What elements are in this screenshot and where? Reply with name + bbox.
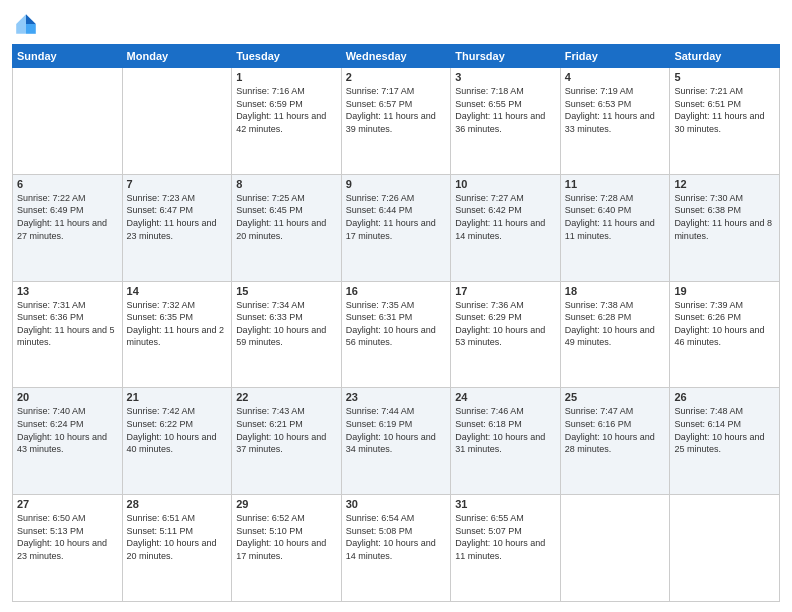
day-cell: 10Sunrise: 7:27 AM Sunset: 6:42 PM Dayli… [451, 174, 561, 281]
day-info: Sunrise: 7:16 AM Sunset: 6:59 PM Dayligh… [236, 85, 337, 135]
header [12, 10, 780, 38]
day-cell: 30Sunrise: 6:54 AM Sunset: 5:08 PM Dayli… [341, 495, 451, 602]
day-number: 19 [674, 285, 775, 297]
day-cell: 28Sunrise: 6:51 AM Sunset: 5:11 PM Dayli… [122, 495, 232, 602]
day-cell: 24Sunrise: 7:46 AM Sunset: 6:18 PM Dayli… [451, 388, 561, 495]
day-number: 17 [455, 285, 556, 297]
day-info: Sunrise: 7:17 AM Sunset: 6:57 PM Dayligh… [346, 85, 447, 135]
day-number: 24 [455, 391, 556, 403]
day-cell: 23Sunrise: 7:44 AM Sunset: 6:19 PM Dayli… [341, 388, 451, 495]
day-cell: 29Sunrise: 6:52 AM Sunset: 5:10 PM Dayli… [232, 495, 342, 602]
day-cell: 26Sunrise: 7:48 AM Sunset: 6:14 PM Dayli… [670, 388, 780, 495]
day-number: 2 [346, 71, 447, 83]
day-info: Sunrise: 7:19 AM Sunset: 6:53 PM Dayligh… [565, 85, 666, 135]
day-number: 22 [236, 391, 337, 403]
day-info: Sunrise: 7:48 AM Sunset: 6:14 PM Dayligh… [674, 405, 775, 455]
day-number: 9 [346, 178, 447, 190]
day-info: Sunrise: 7:28 AM Sunset: 6:40 PM Dayligh… [565, 192, 666, 242]
day-cell: 27Sunrise: 6:50 AM Sunset: 5:13 PM Dayli… [13, 495, 123, 602]
day-info: Sunrise: 7:27 AM Sunset: 6:42 PM Dayligh… [455, 192, 556, 242]
day-cell: 4Sunrise: 7:19 AM Sunset: 6:53 PM Daylig… [560, 68, 670, 175]
day-cell [560, 495, 670, 602]
day-number: 30 [346, 498, 447, 510]
day-cell: 3Sunrise: 7:18 AM Sunset: 6:55 PM Daylig… [451, 68, 561, 175]
day-info: Sunrise: 7:36 AM Sunset: 6:29 PM Dayligh… [455, 299, 556, 349]
day-cell: 8Sunrise: 7:25 AM Sunset: 6:45 PM Daylig… [232, 174, 342, 281]
day-header-wednesday: Wednesday [341, 45, 451, 68]
day-info: Sunrise: 7:30 AM Sunset: 6:38 PM Dayligh… [674, 192, 775, 242]
day-number: 10 [455, 178, 556, 190]
day-info: Sunrise: 7:18 AM Sunset: 6:55 PM Dayligh… [455, 85, 556, 135]
day-info: Sunrise: 7:34 AM Sunset: 6:33 PM Dayligh… [236, 299, 337, 349]
day-number: 4 [565, 71, 666, 83]
day-cell: 12Sunrise: 7:30 AM Sunset: 6:38 PM Dayli… [670, 174, 780, 281]
day-number: 29 [236, 498, 337, 510]
day-number: 16 [346, 285, 447, 297]
day-cell: 2Sunrise: 7:17 AM Sunset: 6:57 PM Daylig… [341, 68, 451, 175]
day-cell: 11Sunrise: 7:28 AM Sunset: 6:40 PM Dayli… [560, 174, 670, 281]
day-cell: 7Sunrise: 7:23 AM Sunset: 6:47 PM Daylig… [122, 174, 232, 281]
calendar-header: SundayMondayTuesdayWednesdayThursdayFrid… [13, 45, 780, 68]
day-header-tuesday: Tuesday [232, 45, 342, 68]
day-cell: 21Sunrise: 7:42 AM Sunset: 6:22 PM Dayli… [122, 388, 232, 495]
calendar-body: 1Sunrise: 7:16 AM Sunset: 6:59 PM Daylig… [13, 68, 780, 602]
day-cell: 6Sunrise: 7:22 AM Sunset: 6:49 PM Daylig… [13, 174, 123, 281]
logo [12, 10, 44, 38]
day-info: Sunrise: 7:26 AM Sunset: 6:44 PM Dayligh… [346, 192, 447, 242]
day-cell: 31Sunrise: 6:55 AM Sunset: 5:07 PM Dayli… [451, 495, 561, 602]
day-info: Sunrise: 7:39 AM Sunset: 6:26 PM Dayligh… [674, 299, 775, 349]
day-number: 13 [17, 285, 118, 297]
day-cell: 25Sunrise: 7:47 AM Sunset: 6:16 PM Dayli… [560, 388, 670, 495]
day-number: 14 [127, 285, 228, 297]
day-info: Sunrise: 6:54 AM Sunset: 5:08 PM Dayligh… [346, 512, 447, 562]
week-row-5: 27Sunrise: 6:50 AM Sunset: 5:13 PM Dayli… [13, 495, 780, 602]
day-info: Sunrise: 7:42 AM Sunset: 6:22 PM Dayligh… [127, 405, 228, 455]
day-number: 5 [674, 71, 775, 83]
day-cell: 1Sunrise: 7:16 AM Sunset: 6:59 PM Daylig… [232, 68, 342, 175]
day-number: 26 [674, 391, 775, 403]
svg-marker-2 [26, 24, 36, 34]
day-info: Sunrise: 6:55 AM Sunset: 5:07 PM Dayligh… [455, 512, 556, 562]
day-cell: 15Sunrise: 7:34 AM Sunset: 6:33 PM Dayli… [232, 281, 342, 388]
day-number: 31 [455, 498, 556, 510]
day-info: Sunrise: 7:21 AM Sunset: 6:51 PM Dayligh… [674, 85, 775, 135]
day-cell [122, 68, 232, 175]
day-number: 25 [565, 391, 666, 403]
day-info: Sunrise: 7:40 AM Sunset: 6:24 PM Dayligh… [17, 405, 118, 455]
day-cell: 20Sunrise: 7:40 AM Sunset: 6:24 PM Dayli… [13, 388, 123, 495]
page: SundayMondayTuesdayWednesdayThursdayFrid… [0, 0, 792, 612]
day-cell: 9Sunrise: 7:26 AM Sunset: 6:44 PM Daylig… [341, 174, 451, 281]
calendar-table: SundayMondayTuesdayWednesdayThursdayFrid… [12, 44, 780, 602]
day-cell: 13Sunrise: 7:31 AM Sunset: 6:36 PM Dayli… [13, 281, 123, 388]
day-cell: 14Sunrise: 7:32 AM Sunset: 6:35 PM Dayli… [122, 281, 232, 388]
day-info: Sunrise: 7:31 AM Sunset: 6:36 PM Dayligh… [17, 299, 118, 349]
day-header-monday: Monday [122, 45, 232, 68]
day-cell: 19Sunrise: 7:39 AM Sunset: 6:26 PM Dayli… [670, 281, 780, 388]
day-number: 18 [565, 285, 666, 297]
day-info: Sunrise: 7:23 AM Sunset: 6:47 PM Dayligh… [127, 192, 228, 242]
day-number: 28 [127, 498, 228, 510]
week-row-3: 13Sunrise: 7:31 AM Sunset: 6:36 PM Dayli… [13, 281, 780, 388]
day-info: Sunrise: 7:43 AM Sunset: 6:21 PM Dayligh… [236, 405, 337, 455]
day-number: 8 [236, 178, 337, 190]
day-header-saturday: Saturday [670, 45, 780, 68]
day-number: 6 [17, 178, 118, 190]
day-cell: 22Sunrise: 7:43 AM Sunset: 6:21 PM Dayli… [232, 388, 342, 495]
day-info: Sunrise: 7:46 AM Sunset: 6:18 PM Dayligh… [455, 405, 556, 455]
day-cell: 16Sunrise: 7:35 AM Sunset: 6:31 PM Dayli… [341, 281, 451, 388]
day-cell: 18Sunrise: 7:38 AM Sunset: 6:28 PM Dayli… [560, 281, 670, 388]
day-cell [13, 68, 123, 175]
day-number: 1 [236, 71, 337, 83]
week-row-4: 20Sunrise: 7:40 AM Sunset: 6:24 PM Dayli… [13, 388, 780, 495]
day-info: Sunrise: 7:44 AM Sunset: 6:19 PM Dayligh… [346, 405, 447, 455]
day-number: 3 [455, 71, 556, 83]
day-number: 27 [17, 498, 118, 510]
day-info: Sunrise: 7:38 AM Sunset: 6:28 PM Dayligh… [565, 299, 666, 349]
day-number: 15 [236, 285, 337, 297]
day-info: Sunrise: 6:50 AM Sunset: 5:13 PM Dayligh… [17, 512, 118, 562]
day-number: 7 [127, 178, 228, 190]
day-cell: 5Sunrise: 7:21 AM Sunset: 6:51 PM Daylig… [670, 68, 780, 175]
day-info: Sunrise: 7:32 AM Sunset: 6:35 PM Dayligh… [127, 299, 228, 349]
week-row-1: 1Sunrise: 7:16 AM Sunset: 6:59 PM Daylig… [13, 68, 780, 175]
day-header-sunday: Sunday [13, 45, 123, 68]
